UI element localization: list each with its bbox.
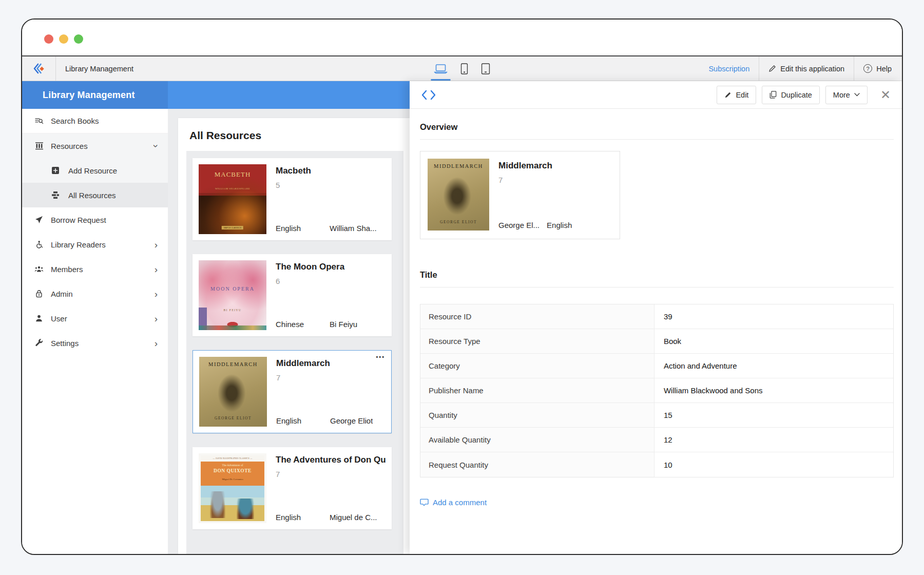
field-label: Quantity — [420, 403, 654, 427]
card-language: Chinese — [276, 320, 330, 329]
list-panel-title: All Resources — [178, 129, 410, 142]
add-resource-icon — [51, 166, 60, 175]
code-view-icon[interactable] — [421, 89, 436, 101]
sidebar-item-label: Library Readers — [51, 240, 106, 249]
book-cover-don-quixote: — JAICO ILLUSTRATED CLASSICS — The Adven… — [199, 453, 266, 523]
field-label: Request Quantity — [420, 452, 654, 477]
list-panel-header-bar — [168, 81, 410, 109]
admin-lock-icon — [34, 290, 44, 298]
toolbar-divider — [759, 56, 759, 81]
sidebar-item-user[interactable]: User › — [22, 306, 168, 331]
phone-preview-icon[interactable] — [461, 56, 468, 81]
all-resources-icon — [51, 191, 60, 199]
search-books-icon — [34, 117, 44, 125]
sidebar-app-title: Library Management — [22, 81, 168, 109]
resource-card-don-quixote[interactable]: — JAICO ILLUSTRATED CLASSICS — The Adven… — [192, 447, 392, 529]
record-detail-panel: Edit Duplicate More — [410, 81, 902, 554]
sidebar-item-all-resources[interactable]: All Resources — [22, 183, 168, 207]
help-icon: ? — [863, 64, 872, 73]
table-row: Resource ID 39 — [420, 304, 893, 329]
creator-logo-icon[interactable] — [32, 62, 46, 75]
field-label: Publisher Name — [420, 378, 654, 402]
book-cover-moon-opera: MOON OPERA BI FEIYU — [199, 260, 266, 330]
borrow-request-icon — [34, 216, 44, 224]
card-author: Bi Feiyu — [330, 320, 357, 329]
sidebar-item-search-books[interactable]: Search Books — [22, 109, 168, 133]
device-preview-switcher — [434, 56, 490, 81]
overview-record-card[interactable]: MIDDLEMARCH GEORGE ELIOT Middlemarch 7 G… — [420, 151, 620, 239]
toolbar-app-name: Library Management — [65, 65, 133, 73]
zoom-window-button[interactable] — [74, 34, 83, 44]
detail-body: Overview MIDDLEMARCH GEORGE ELIOT Middle… — [410, 109, 902, 554]
desktop-preview-icon[interactable] — [434, 56, 448, 81]
edit-record-button[interactable]: Edit — [717, 86, 756, 104]
table-row: Quantity 15 — [420, 403, 893, 428]
duplicate-record-button[interactable]: Duplicate — [762, 86, 819, 104]
active-device-underline — [431, 79, 451, 81]
overview-heading: Overview — [420, 122, 894, 132]
resource-card-middlemarch[interactable]: ••• MIDDLEMARCH GEORGE ELIOT Middlemarch… — [192, 350, 392, 433]
sidebar: Library Management Search Books — [22, 81, 168, 554]
card-count: 7 — [276, 373, 385, 382]
sidebar-item-members[interactable]: Members › — [22, 257, 168, 281]
chevron-right-icon: › — [155, 264, 158, 274]
card-author: Miguel de C... — [330, 513, 377, 522]
resource-cards-list: MACBETH WILLIAM SHAKESPEARE MAPLE CLASSI… — [186, 151, 403, 554]
sidebar-item-label: Settings — [51, 339, 79, 348]
table-row: Request Quantity 10 — [420, 452, 893, 477]
sidebar-item-resources[interactable]: Resources › — [22, 133, 168, 158]
resource-card-moon-opera[interactable]: MOON OPERA BI FEIYU The Moon Opera 6 Chi… — [192, 254, 392, 336]
chevron-right-icon: › — [155, 240, 158, 250]
toolbar-divider — [854, 56, 854, 81]
tablet-preview-icon[interactable] — [482, 56, 490, 81]
card-title: The Moon Opera — [276, 262, 386, 272]
user-icon — [34, 314, 44, 322]
field-label: Resource Type — [420, 329, 654, 353]
add-comment-link[interactable]: Add a comment — [420, 498, 487, 507]
chevron-right-icon: › — [155, 338, 158, 348]
sidebar-item-label: Search Books — [51, 117, 99, 125]
sidebar-item-label: All Resources — [68, 191, 116, 200]
sidebar-item-settings[interactable]: Settings › — [22, 331, 168, 355]
sidebar-item-admin[interactable]: Admin › — [22, 281, 168, 306]
library-readers-icon — [34, 240, 44, 248]
duplicate-icon — [769, 91, 777, 99]
minimize-window-button[interactable] — [59, 34, 68, 44]
subscription-link[interactable]: Subscription — [708, 65, 749, 73]
sidebar-item-library-readers[interactable]: Library Readers › — [22, 232, 168, 257]
members-icon — [34, 265, 44, 273]
field-value: 39 — [654, 304, 893, 329]
card-count: 7 — [276, 470, 386, 478]
edit-application-button[interactable]: Edit this application — [768, 65, 844, 73]
field-label: Category — [420, 354, 654, 378]
sidebar-item-borrow-request[interactable]: Borrow Request — [22, 207, 168, 232]
sidebar-item-add-resource[interactable]: Add Resource — [22, 158, 168, 183]
card-more-options-icon[interactable]: ••• — [376, 354, 385, 360]
close-detail-icon[interactable]: ✕ — [880, 89, 891, 101]
sidebar-item-label: Members — [51, 265, 83, 274]
card-title: Macbeth — [276, 166, 386, 176]
help-button[interactable]: ? Help — [863, 64, 892, 73]
window-title-bar — [22, 20, 902, 55]
resource-card-macbeth[interactable]: MACBETH WILLIAM SHAKESPEARE MAPLE CLASSI… — [192, 158, 392, 240]
chevron-right-icon: › — [155, 289, 158, 299]
card-count: 5 — [276, 181, 386, 189]
pencil-icon — [768, 65, 776, 72]
record-fields-table: Resource ID 39 Resource Type Book Catego… — [420, 304, 894, 477]
card-title: Middlemarch — [276, 358, 385, 369]
field-label: Resource ID — [420, 304, 654, 329]
top-toolbar: Library Management — [22, 55, 902, 81]
book-cover-macbeth: MACBETH WILLIAM SHAKESPEARE MAPLE CLASSI… — [199, 164, 266, 234]
card-count: 6 — [276, 277, 386, 285]
more-actions-button[interactable]: More — [825, 86, 868, 104]
book-cover-middlemarch: MIDDLEMARCH GEORGE ELIOT — [199, 357, 267, 427]
book-cover-middlemarch: MIDDLEMARCH GEORGE ELIOT — [428, 159, 489, 231]
sidebar-item-label: Admin — [51, 290, 73, 298]
chevron-down-icon — [854, 93, 860, 97]
close-window-button[interactable] — [44, 34, 53, 44]
sidebar-item-label: Resources — [51, 142, 88, 150]
card-title: The Adventures of Don Quixote — [276, 455, 386, 465]
resources-list-panel: All Resources MACBETH WILLIAM SHAKESPEAR… — [168, 81, 410, 554]
table-row: Resource Type Book — [420, 329, 893, 354]
table-row: Publisher Name William Blackwood and Son… — [420, 378, 893, 403]
